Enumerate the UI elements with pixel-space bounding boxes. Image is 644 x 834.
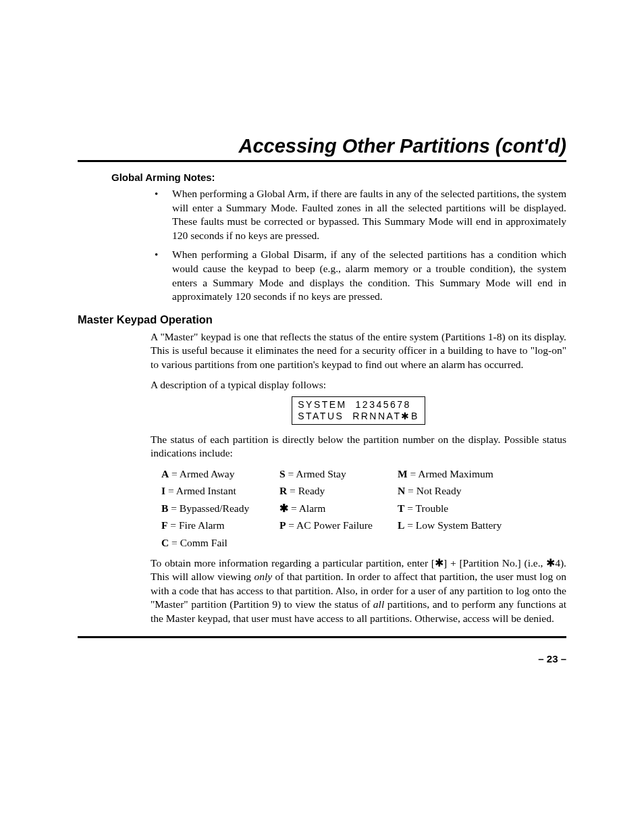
bullet-item: When performing a Global Disarm, if any … — [172, 248, 566, 303]
status-item: M = Armed Maximum — [398, 467, 566, 481]
status-item: ✱ = Alarm — [279, 502, 398, 515]
status-item: F = Fire Alarm — [161, 519, 279, 532]
page-number: – 23 – — [78, 653, 566, 664]
status-item: A = Armed Away — [161, 467, 279, 481]
status-indications-grid: A = Armed Away S = Armed Stay M = Armed … — [161, 467, 566, 550]
page-title: Accessing Other Partitions (cont'd) — [78, 135, 566, 157]
master-keypad-body: A "Master" keypad is one that reflects t… — [151, 330, 566, 625]
status-item: B = Bypassed/Ready — [161, 502, 279, 515]
paragraph: To obtain more information regarding a p… — [151, 556, 566, 625]
global-arming-bullet-list: When performing a Global Arm, if there a… — [78, 187, 566, 304]
status-item: P = AC Power Failure — [279, 519, 398, 532]
keypad-display-sample: SYSTEM 12345678 STATUS RRNNAT✱B — [292, 396, 425, 425]
status-item: S = Armed Stay — [279, 467, 398, 481]
status-item: N = Not Ready — [398, 484, 566, 498]
footer-rule — [78, 636, 566, 638]
status-item: T = Trouble — [398, 502, 566, 515]
paragraph: A "Master" keypad is one that reflects t… — [151, 330, 566, 371]
document-page: Accessing Other Partitions (cont'd) Glob… — [0, 0, 644, 834]
global-arming-notes-heading: Global Arming Notes: — [111, 172, 566, 183]
status-item: R = Ready — [279, 484, 398, 498]
paragraph: The status of each partition is directly… — [151, 433, 566, 461]
bullet-item: When performing a Global Arm, if there a… — [172, 187, 566, 242]
paragraph: A description of a typical display follo… — [151, 378, 566, 392]
status-item: I = Armed Instant — [161, 484, 279, 498]
display-line-2: STATUS RRNNAT✱B — [298, 411, 419, 421]
status-item: C = Comm Fail — [161, 536, 279, 550]
display-line-1: SYSTEM 12345678 — [298, 399, 411, 410]
master-keypad-heading: Master Keypad Operation — [78, 313, 566, 326]
status-item: L = Low System Battery — [398, 519, 566, 532]
heading-rule — [78, 160, 566, 162]
